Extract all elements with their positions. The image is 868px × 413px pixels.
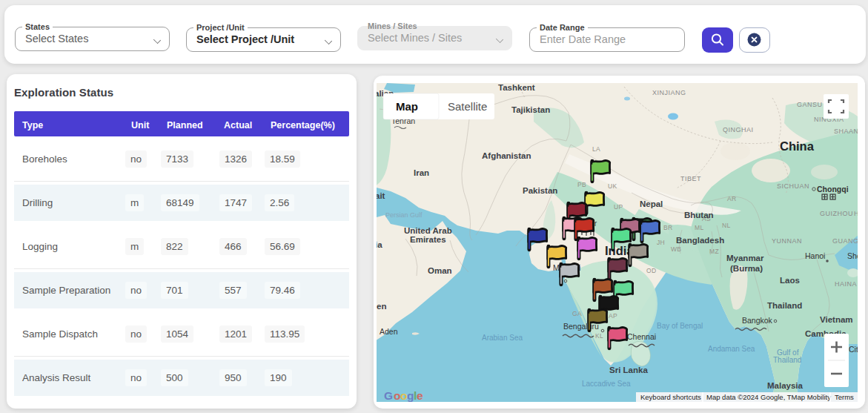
svg-text:XINJIANG: XINJIANG	[652, 89, 686, 96]
svg-text:Laccadive Sea: Laccadive Sea	[582, 380, 631, 388]
svg-text:AR: AR	[727, 195, 736, 202]
svg-text:Keyboard shortcuts: Keyboard shortcuts	[640, 393, 701, 401]
svg-text:Map data ©2024 Google, TMap Mo: Map data ©2024 Google, TMap Mobility	[706, 393, 831, 401]
svg-text:ML: ML	[695, 224, 703, 231]
svg-text:Myanmar: Myanmar	[726, 254, 764, 262]
svg-text:Persian Gulf: Persian Gulf	[385, 211, 423, 219]
svg-text:Laos: Laos	[780, 276, 800, 285]
svg-text:BR: BR	[663, 224, 672, 231]
svg-text:GUANG: GUANG	[832, 237, 858, 245]
svg-text:G: G	[384, 389, 393, 402]
svg-text:Tajikistan: Tajikistan	[511, 105, 550, 114]
svg-text:Thailand: Thailand	[773, 356, 801, 364]
svg-text:GA: GA	[572, 310, 582, 317]
svg-text:UK: UK	[608, 182, 617, 190]
svg-text:Sri Lanka: Sri Lanka	[609, 366, 648, 374]
svg-text:Malaysia: Malaysia	[767, 381, 804, 390]
svg-text:OD: OD	[646, 267, 656, 274]
svg-text:Tashkent: Tashkent	[498, 83, 535, 92]
svg-text:Aden: Aden	[380, 327, 398, 336]
svg-text:Bangkok: Bangkok	[742, 316, 773, 325]
svg-text:HAINA: HAINA	[835, 280, 857, 288]
svg-text:MZ: MZ	[709, 248, 719, 255]
svg-text:WB: WB	[671, 245, 681, 253]
svg-text:Afghanistan: Afghanistan	[482, 151, 531, 160]
svg-text:SHAAN:: SHAAN:	[834, 128, 858, 135]
svg-text:KL: KL	[595, 332, 603, 340]
svg-text:LA: LA	[592, 145, 600, 153]
svg-text:Oman: Oman	[428, 266, 452, 275]
svg-text:Bay of Bengal: Bay of Bengal	[657, 322, 703, 330]
svg-text:Bhutan: Bhutan	[684, 211, 714, 219]
svg-text:United Arab: United Arab	[404, 226, 452, 235]
svg-text:Thailand: Thailand	[767, 301, 802, 310]
svg-text:Terms: Terms	[835, 393, 854, 401]
svg-text:GUIZHOU: GUIZHOU	[820, 210, 853, 217]
svg-text:Hanoi: Hanoi	[805, 251, 825, 260]
svg-text:She: She	[847, 251, 858, 260]
svg-text:Arabian Sea: Arabian Sea	[482, 334, 523, 342]
svg-text:China: China	[780, 139, 815, 153]
svg-text:GANSU: GANSU	[797, 101, 823, 108]
svg-text:NL: NL	[722, 222, 730, 229]
svg-text:Bangladesh: Bangladesh	[676, 236, 724, 245]
svg-text:ait: ait	[377, 191, 385, 200]
svg-text:Satellite: Satellite	[448, 100, 487, 113]
svg-text:(Burma): (Burma)	[730, 264, 763, 273]
svg-text:ia: ia	[377, 240, 382, 249]
svg-text:Nepal: Nepal	[640, 199, 663, 208]
svg-text:Vietnam: Vietnam	[820, 315, 853, 324]
svg-text:Iran: Iran	[414, 168, 429, 177]
svg-text:Chennai: Chennai	[627, 332, 656, 341]
svg-text:Andaman Sea: Andaman Sea	[708, 345, 755, 353]
svg-text:e: e	[417, 389, 423, 402]
svg-text:H: H	[854, 210, 858, 217]
svg-text:UP: UP	[614, 203, 623, 211]
svg-text:AP: AP	[609, 312, 617, 320]
svg-text:TIBET: TIBET	[680, 175, 701, 182]
svg-text:QINGHAI: QINGHAI	[723, 126, 754, 133]
svg-text:SICHUAN: SICHUAN	[777, 182, 809, 190]
svg-text:JH: JH	[657, 239, 665, 246]
svg-text:Emirates: Emirates	[410, 235, 446, 244]
svg-text:en: en	[377, 302, 386, 311]
svg-text:Map: Map	[396, 100, 418, 113]
svg-text:YUNNAN: YUNNAN	[772, 237, 802, 245]
svg-text:Cit: Cit	[849, 345, 858, 354]
svg-text:Chongqi: Chongqi	[817, 185, 849, 194]
svg-text:PB: PB	[577, 181, 586, 188]
svg-text:Pakistan: Pakistan	[523, 186, 557, 195]
